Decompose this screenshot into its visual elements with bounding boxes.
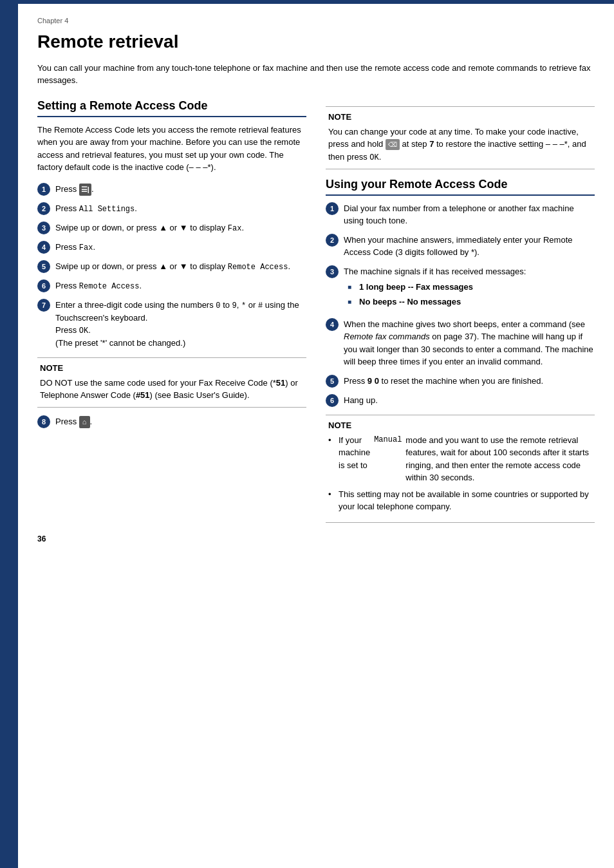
right-step-number-6: 6 bbox=[326, 394, 339, 407]
right-bottom-note-content: If your machine is set to Manual mode an… bbox=[328, 434, 592, 513]
right-column: NOTE You can change your code at any tim… bbox=[326, 99, 595, 531]
left-steps: 1 Press ☰|. 2 Press All Settings. 3 bbox=[37, 183, 306, 350]
step-item: 1 Dial your fax number from a telephone … bbox=[326, 202, 595, 227]
step-item: 7 Enter a three-digit code using the num… bbox=[37, 299, 306, 350]
step-item: 4 Press Fax. bbox=[37, 241, 306, 254]
right-top-note-title: NOTE bbox=[328, 112, 592, 122]
bullet-item: 1 long beep -- Fax messages bbox=[348, 281, 595, 293]
left-section-title: Setting a Remote Access Code bbox=[37, 99, 306, 117]
left-column: Setting a Remote Access Code The Remote … bbox=[37, 99, 306, 531]
page-layout: Setting a Remote Access Code The Remote … bbox=[37, 99, 595, 531]
blue-sidebar bbox=[0, 0, 18, 868]
right-step-content-6: Hang up. bbox=[344, 394, 595, 407]
step-number-4: 4 bbox=[37, 241, 50, 254]
note-bullet-1: If your machine is set to Manual mode an… bbox=[328, 434, 592, 484]
step-item: 3 The machine signals if it has received… bbox=[326, 265, 595, 312]
right-steps: 1 Dial your fax number from a telephone … bbox=[326, 202, 595, 407]
back-icon: ⌂ bbox=[79, 416, 90, 428]
step-item: 5 Swipe up or down, or press ▲ or ▼ to d… bbox=[37, 260, 306, 273]
note-bullet-2: This setting may not be available in som… bbox=[328, 488, 592, 513]
step-item: 3 Swipe up or down, or press ▲ or ▼ to d… bbox=[37, 222, 306, 234]
chapter-label: Chapter 4 bbox=[37, 17, 595, 24]
step-content-3: Swipe up or down, or press ▲ or ▼ to dis… bbox=[55, 222, 306, 234]
main-title: Remote retrieval bbox=[37, 31, 595, 53]
right-step-number-1: 1 bbox=[326, 202, 339, 215]
right-step-number-2: 2 bbox=[326, 234, 339, 247]
step-number-7: 7 bbox=[37, 299, 50, 312]
bullet-item: No beeps -- No messages bbox=[348, 296, 595, 308]
right-bottom-note-title: NOTE bbox=[328, 420, 592, 430]
right-top-note-content: You can change your code at any time. To… bbox=[328, 126, 592, 164]
right-step-content-3: The machine signals if it has received m… bbox=[344, 265, 595, 312]
step-number-5: 5 bbox=[37, 260, 50, 273]
step-item: 4 When the machine gives two short beeps… bbox=[326, 318, 595, 368]
step-item: 5 Press 9 0 to reset the machine when yo… bbox=[326, 375, 595, 388]
step-content-5: Swipe up or down, or press ▲ or ▼ to dis… bbox=[55, 260, 306, 273]
step-item: 2 When your machine answers, immediately… bbox=[326, 234, 595, 259]
step-content-7: Enter a three-digit code using the numbe… bbox=[55, 299, 306, 350]
step-content-4: Press Fax. bbox=[55, 241, 306, 254]
page-number: 36 bbox=[37, 534, 46, 543]
step-number-1: 1 bbox=[37, 183, 50, 196]
step-number-3: 3 bbox=[37, 222, 50, 234]
step-number-2: 2 bbox=[37, 202, 50, 215]
step-content-2: Press All Settings. bbox=[55, 202, 306, 215]
right-step-content-1: Dial your fax number from a telephone or… bbox=[344, 202, 595, 227]
right-step-content-5: Press 9 0 to reset the machine when you … bbox=[344, 375, 595, 388]
step-item: 8 Press ⌂. bbox=[37, 415, 306, 428]
left-steps-cont: 8 Press ⌂. bbox=[37, 415, 306, 428]
right-step-number-3: 3 bbox=[326, 265, 339, 278]
left-note-title: NOTE bbox=[40, 363, 304, 373]
right-step-content-4: When the machine gives two short beeps, … bbox=[344, 318, 595, 368]
right-step-content-2: When your machine answers, immediately e… bbox=[344, 234, 595, 259]
step-item: 2 Press All Settings. bbox=[37, 202, 306, 215]
right-step-number-5: 5 bbox=[326, 375, 339, 388]
step-number-6: 6 bbox=[37, 279, 50, 292]
intro-text: You can call your machine from any touch… bbox=[37, 62, 595, 87]
right-bottom-note-box: NOTE If your machine is set to Manual mo… bbox=[326, 415, 595, 523]
step-item: 6 Press Remote Access. bbox=[37, 279, 306, 292]
step-item: 6 Hang up. bbox=[326, 394, 595, 407]
left-section-intro: The Remote Access Code lets you access t… bbox=[37, 124, 306, 174]
left-note-box: NOTE DO NOT use the same code used for y… bbox=[37, 357, 306, 408]
step-item: 1 Press ☰|. bbox=[37, 183, 306, 196]
right-top-note-box: NOTE You can change your code at any tim… bbox=[326, 106, 595, 169]
right-step-number-4: 4 bbox=[326, 318, 339, 331]
signals-list: 1 long beep -- Fax messages No beeps -- … bbox=[348, 281, 595, 307]
step-number-8: 8 bbox=[37, 415, 50, 428]
left-note-content: DO NOT use the same code used for your F… bbox=[40, 377, 304, 402]
settings-icon: ☰| bbox=[79, 184, 91, 196]
step-content-1: Press ☰|. bbox=[55, 183, 306, 196]
step-content-6: Press Remote Access. bbox=[55, 279, 306, 292]
right-section-title: Using your Remote Access Code bbox=[326, 177, 595, 196]
step-content-8: Press ⌂. bbox=[55, 415, 306, 428]
backspace-icon: ⌫ bbox=[386, 139, 400, 150]
